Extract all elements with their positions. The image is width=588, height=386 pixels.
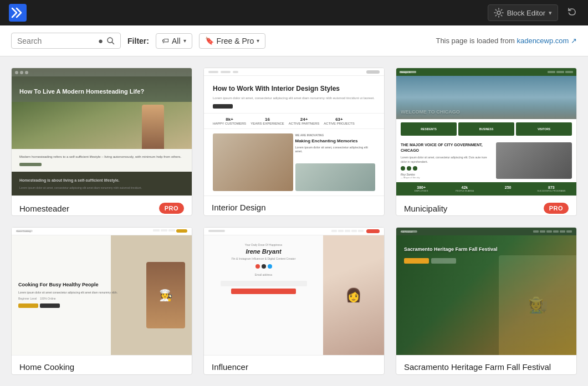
filter-label: Filter: (127, 37, 149, 45)
theme-name-homesteader: Homesteader (19, 204, 69, 213)
pro-badge-municipality: PRO (544, 203, 569, 214)
svg-point-1 (497, 11, 500, 14)
topbar-left (9, 4, 27, 22)
theme-footer-municipality: Municipality PRO (396, 195, 576, 216)
theme-card-interior[interactable]: How to Work With Interior Design Styles … (203, 68, 385, 216)
kadence-logo (9, 4, 27, 22)
theme-preview-cooking: Home Cooking Cooking For Busy Healthy Pe… (12, 228, 192, 355)
homesteader-hero-text: How To Live A Modern Homesteading Life? (12, 76, 192, 101)
topbar: Block Editor ▾ (0, 0, 588, 25)
theme-footer-festival: Sacramento Heritage Farm Fall Festival (396, 355, 576, 375)
block-editor-button[interactable]: Block Editor ▾ (488, 4, 558, 21)
gear-icon (494, 8, 504, 18)
search-input[interactable] (17, 37, 95, 45)
theme-name-municipality: Municipality (404, 204, 447, 213)
external-link-text: This page is loaded from (436, 37, 514, 45)
all-filter-dropdown[interactable]: 🏷 All ▾ (156, 33, 192, 49)
theme-name-interior: Interior Design (212, 203, 266, 212)
theme-preview-municipality: Chicago, IL WELCOME TO CHICAGO RESIDENTS… (396, 68, 576, 195)
all-filter-label: All (172, 37, 181, 45)
theme-card-influencer[interactable]: Your Daily Dose Of Happiness Irene Bryan… (203, 227, 385, 375)
external-link-anchor[interactable]: kadencewp.com ↗ (517, 37, 577, 45)
search-magnifier-icon (106, 37, 115, 45)
muni-visitors-card: VISITORS (516, 122, 572, 136)
theme-card-cooking[interactable]: Home Cooking Cooking For Busy Healthy Pe… (11, 227, 192, 375)
free-pro-filter-label: Free & Pro (217, 37, 254, 45)
chevron-down-icon: ▾ (183, 38, 186, 44)
theme-name-influencer: Influencer (212, 362, 248, 372)
theme-card-municipality[interactable]: Chicago, IL WELCOME TO CHICAGO RESIDENTS… (396, 68, 577, 216)
homesteader-dark-section: Homesteading is about living a self-suff… (12, 172, 192, 195)
theme-name-festival: Sacramento Heritage Farm Fall Festival (404, 362, 551, 372)
theme-footer-influencer: Influencer (204, 355, 384, 375)
homesteader-content-section: Modern homesteading refers to a self-suf… (12, 149, 192, 172)
free-pro-filter-dropdown[interactable]: 🔖 Free & Pro ▾ (199, 33, 266, 49)
filterbar: ● Filter: 🏷 All ▾ 🔖 Free & Pro ▾ This pa… (0, 25, 588, 56)
topbar-right: Block Editor ▾ (488, 4, 579, 22)
interior-hero-title: How to Work With Interior Design Styles (213, 85, 375, 94)
theme-preview-influencer: Your Daily Dose Of Happiness Irene Bryan… (204, 228, 384, 355)
theme-name-cooking: Home Cooking (19, 362, 74, 372)
muni-business-card: BUSINESS (458, 122, 514, 136)
themes-grid: How To Live A Modern Homesteading Life? … (0, 56, 588, 386)
theme-footer-homesteader: Homesteader PRO (12, 195, 192, 216)
theme-preview-festival: Fall Festival 🧑‍🌾 Sacramento Heritage Fa… (396, 228, 576, 355)
undo-button[interactable] (565, 4, 579, 22)
chevron-down-icon: ▾ (257, 38, 259, 44)
theme-card-festival[interactable]: Fall Festival 🧑‍🌾 Sacramento Heritage Fa… (396, 227, 577, 375)
undo-icon (567, 7, 577, 17)
theme-footer-interior: Interior Design (204, 195, 384, 216)
chevron-down-icon: ▾ (549, 9, 552, 17)
block-editor-label: Block Editor (507, 9, 545, 17)
search-icon: ● (98, 36, 103, 45)
theme-preview-interior: How to Work With Interior Design Styles … (204, 68, 384, 195)
theme-preview-homesteader: How To Live A Modern Homesteading Life? … (12, 68, 192, 195)
search-box[interactable]: ● (11, 33, 121, 49)
bookmark-icon: 🔖 (205, 37, 214, 45)
svg-rect-0 (9, 4, 27, 22)
theme-footer-cooking: Home Cooking (12, 355, 192, 375)
external-link-area: This page is loaded from kadencewp.com ↗ (436, 37, 577, 45)
pro-badge-homesteader: PRO (159, 203, 184, 214)
tag-icon: 🏷 (162, 37, 169, 45)
theme-card-homesteader[interactable]: How To Live A Modern Homesteading Life? … (11, 68, 192, 216)
muni-residents-card: RESIDENTS (401, 122, 457, 136)
